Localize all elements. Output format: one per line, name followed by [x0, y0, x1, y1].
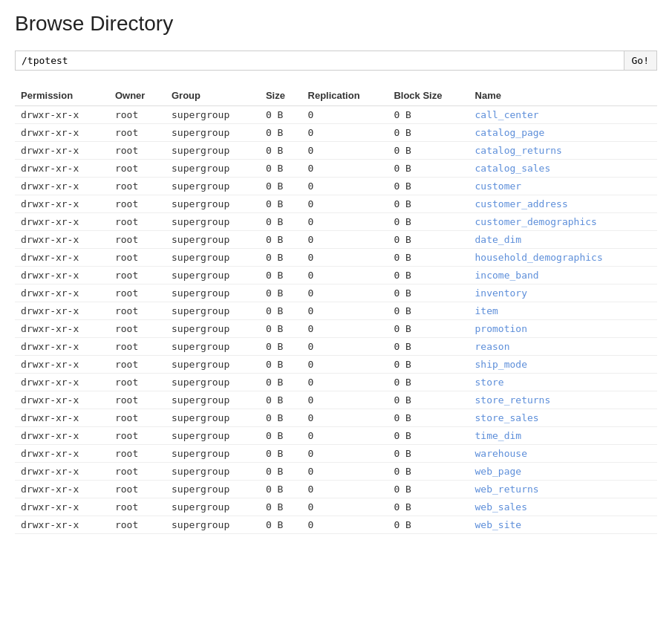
directory-link[interactable]: date_dim	[475, 234, 522, 245]
cell-size: 0 B	[260, 124, 302, 142]
table-body: drwxr-xr-xrootsupergroup0 B00 Bcall_cent…	[15, 106, 657, 534]
directory-link[interactable]: store_sales	[475, 412, 539, 423]
cell-size: 0 B	[260, 391, 302, 409]
directory-link[interactable]: income_band	[475, 270, 539, 281]
directory-link[interactable]: inventory	[475, 287, 527, 299]
cell-block_size: 0 B	[388, 124, 469, 142]
directory-link[interactable]: household_demographics	[475, 252, 603, 263]
table-row: drwxr-xr-xrootsupergroup0 B00 Bcustomer_…	[15, 213, 657, 231]
cell-replication: 0	[302, 195, 388, 213]
cell-size: 0 B	[260, 338, 302, 356]
cell-replication: 0	[302, 409, 388, 427]
path-input[interactable]	[15, 51, 624, 71]
cell-group: supergroup	[166, 320, 260, 338]
cell-permission: drwxr-xr-x	[15, 481, 109, 498]
directory-link[interactable]: web_sales	[475, 501, 527, 513]
cell-replication: 0	[302, 445, 388, 463]
cell-owner: root	[109, 106, 166, 124]
col-group: Group	[166, 85, 260, 106]
cell-block_size: 0 B	[388, 267, 469, 284]
cell-permission: drwxr-xr-x	[15, 213, 109, 231]
cell-name: income_band	[469, 267, 657, 284]
directory-link[interactable]: ship_mode	[475, 359, 527, 370]
table-row: drwxr-xr-xrootsupergroup0 B00 Bstore	[15, 374, 657, 391]
directory-link[interactable]: catalog_page	[475, 127, 545, 138]
cell-permission: drwxr-xr-x	[15, 498, 109, 516]
cell-permission: drwxr-xr-x	[15, 267, 109, 284]
directory-link[interactable]: customer_demographics	[475, 216, 597, 227]
cell-block_size: 0 B	[388, 231, 469, 249]
cell-replication: 0	[302, 302, 388, 320]
directory-link[interactable]: promotion	[475, 323, 527, 334]
cell-replication: 0	[302, 374, 388, 391]
directory-link[interactable]: store	[475, 377, 504, 388]
directory-link[interactable]: warehouse	[475, 448, 527, 459]
cell-block_size: 0 B	[388, 195, 469, 213]
table-row: drwxr-xr-xrootsupergroup0 B00 Breason	[15, 338, 657, 356]
cell-name: web_returns	[469, 481, 657, 498]
table-row: drwxr-xr-xrootsupergroup0 B00 Bcatalog_s…	[15, 160, 657, 178]
directory-link[interactable]: catalog_returns	[475, 145, 562, 156]
table-row: drwxr-xr-xrootsupergroup0 B00 Bitem	[15, 302, 657, 320]
cell-group: supergroup	[166, 498, 260, 516]
directory-link[interactable]: reason	[475, 341, 510, 352]
cell-replication: 0	[302, 463, 388, 481]
directory-link[interactable]: store_returns	[475, 394, 551, 406]
cell-permission: drwxr-xr-x	[15, 231, 109, 249]
cell-permission: drwxr-xr-x	[15, 284, 109, 302]
cell-owner: root	[109, 160, 166, 178]
cell-permission: drwxr-xr-x	[15, 427, 109, 445]
directory-link[interactable]: web_returns	[475, 484, 539, 495]
header-row: Permission Owner Group Size Replication …	[15, 85, 657, 106]
cell-replication: 0	[302, 178, 388, 195]
directory-link[interactable]: customer	[475, 180, 522, 192]
cell-owner: root	[109, 356, 166, 374]
go-button[interactable]: Go!	[624, 51, 657, 71]
cell-owner: root	[109, 178, 166, 195]
cell-permission: drwxr-xr-x	[15, 302, 109, 320]
cell-permission: drwxr-xr-x	[15, 195, 109, 213]
directory-link[interactable]: call_center	[475, 109, 539, 120]
cell-permission: drwxr-xr-x	[15, 249, 109, 267]
directory-link[interactable]: time_dim	[475, 430, 522, 441]
cell-owner: root	[109, 302, 166, 320]
cell-name: catalog_page	[469, 124, 657, 142]
cell-size: 0 B	[260, 356, 302, 374]
table-row: drwxr-xr-xrootsupergroup0 B00 Bhousehold…	[15, 249, 657, 267]
cell-group: supergroup	[166, 195, 260, 213]
cell-replication: 0	[302, 160, 388, 178]
cell-owner: root	[109, 409, 166, 427]
cell-owner: root	[109, 516, 166, 534]
cell-block_size: 0 B	[388, 284, 469, 302]
cell-size: 0 B	[260, 142, 302, 160]
cell-permission: drwxr-xr-x	[15, 391, 109, 409]
directory-link[interactable]: customer_address	[475, 198, 568, 209]
cell-group: supergroup	[166, 142, 260, 160]
directory-link[interactable]: web_page	[475, 466, 522, 477]
cell-owner: root	[109, 391, 166, 409]
cell-name: web_page	[469, 463, 657, 481]
cell-size: 0 B	[260, 481, 302, 498]
cell-name: household_demographics	[469, 249, 657, 267]
table-header: Permission Owner Group Size Replication …	[15, 85, 657, 106]
path-bar: Go!	[15, 51, 657, 71]
cell-size: 0 B	[260, 284, 302, 302]
cell-owner: root	[109, 463, 166, 481]
cell-block_size: 0 B	[388, 391, 469, 409]
cell-block_size: 0 B	[388, 481, 469, 498]
cell-block_size: 0 B	[388, 160, 469, 178]
table-row: drwxr-xr-xrootsupergroup0 B00 Bcatalog_p…	[15, 124, 657, 142]
cell-block_size: 0 B	[388, 320, 469, 338]
cell-size: 0 B	[260, 302, 302, 320]
directory-link[interactable]: web_site	[475, 519, 522, 530]
directory-link[interactable]: catalog_sales	[475, 163, 551, 174]
cell-replication: 0	[302, 213, 388, 231]
cell-owner: root	[109, 213, 166, 231]
table-row: drwxr-xr-xrootsupergroup0 B00 Bwarehouse	[15, 445, 657, 463]
table-row: drwxr-xr-xrootsupergroup0 B00 Bweb_page	[15, 463, 657, 481]
directory-link[interactable]: item	[475, 305, 498, 316]
cell-size: 0 B	[260, 463, 302, 481]
cell-replication: 0	[302, 106, 388, 124]
cell-size: 0 B	[260, 409, 302, 427]
cell-name: store_sales	[469, 409, 657, 427]
